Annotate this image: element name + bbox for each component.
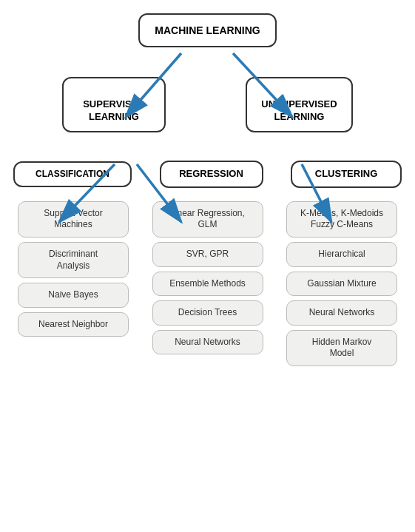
clustering-column: K-Means, K-MedoidsFuzzy C-Means Hierarch… xyxy=(279,201,405,366)
unsupervised-node: UNSUPERVISED LEARNING xyxy=(246,77,353,132)
classification-node: CLASSIFICATION xyxy=(13,161,132,188)
regression-node: REGRESSION xyxy=(160,161,263,188)
list-item: Neural Networks xyxy=(286,300,397,326)
list-item: Linear Regression,GLM xyxy=(152,201,263,238)
list-item: Hidden MarkovModel xyxy=(286,330,397,366)
list-item: Support VectorMachines xyxy=(18,201,129,238)
list-item: Naive Bayes xyxy=(18,283,129,308)
regression-column: Linear Regression,GLM SVR, GPR Ensemble … xyxy=(145,201,271,366)
list-item: DiscriminantAnalysis xyxy=(18,242,129,278)
list-item: Ensemble Methods xyxy=(152,272,263,297)
clustering-label: CLUSTERING xyxy=(315,168,378,179)
list-item: SVR, GPR xyxy=(152,242,263,267)
list-item: Gaussian Mixture xyxy=(286,272,397,297)
list-item: Decision Trees xyxy=(152,300,263,326)
regression-label: REGRESSION xyxy=(179,168,243,179)
root-label: MACHINE LEARNING xyxy=(155,24,260,36)
classification-column: Support VectorMachines DiscriminantAnaly… xyxy=(10,201,136,366)
classification-label: CLASSIFICATION xyxy=(36,169,109,179)
supervised-label: SUPERVISED LEARNING xyxy=(83,98,145,122)
columns-container: Support VectorMachines DiscriminantAnaly… xyxy=(7,201,408,366)
diagram: MACHINE LEARNING SUPERVISED LEARNING UNS… xyxy=(0,0,415,532)
clustering-node: CLUSTERING xyxy=(291,161,402,188)
list-item: Neural Networks xyxy=(152,330,263,355)
list-item: K-Means, K-MedoidsFuzzy C-Means xyxy=(286,201,397,238)
list-item: Nearest Neighbor xyxy=(18,312,129,337)
list-item: Hierarchical xyxy=(286,242,397,267)
unsupervised-label: UNSUPERVISED LEARNING xyxy=(261,98,337,122)
root-node: MACHINE LEARNING xyxy=(138,13,276,47)
supervised-node: SUPERVISED LEARNING xyxy=(62,77,166,132)
